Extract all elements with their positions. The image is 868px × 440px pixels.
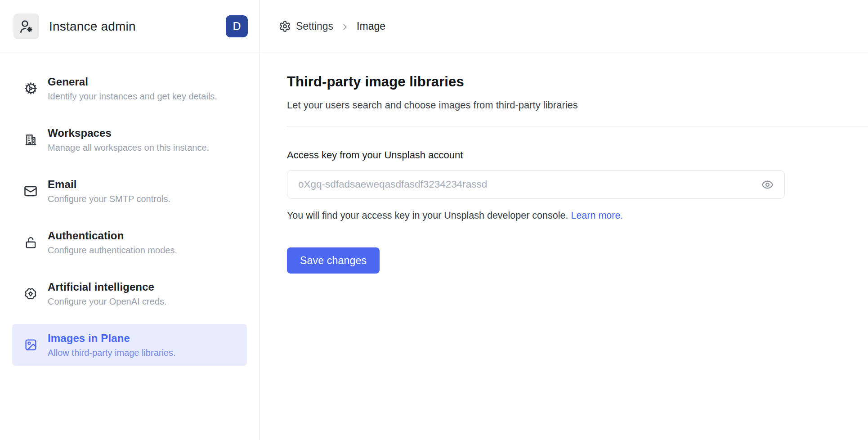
sidebar-item-description: Configure your OpenAI creds. [48, 296, 167, 307]
page-subtitle: Let your users search and choose images … [287, 99, 868, 111]
sidebar-item-workspaces[interactable]: Workspaces Manage all workspaces on this… [12, 119, 247, 161]
settings-gear-icon [279, 20, 291, 32]
building-icon [24, 133, 37, 147]
mail-icon [24, 184, 37, 198]
access-key-label: Access key from your Unsplash account [287, 149, 868, 161]
help-text: You will find your access key in your Un… [287, 210, 568, 221]
save-changes-button[interactable]: Save changes [287, 247, 380, 274]
instance-admin-home-button[interactable] [13, 13, 39, 39]
sidebar-item-artificial-intelligence[interactable]: Artificial intelligence Configure your O… [12, 273, 247, 314]
sidebar-item-description: Configure your SMTP controls. [48, 194, 170, 204]
sidebar-item-label: Images in Plane [48, 332, 176, 345]
lock-icon [24, 236, 37, 249]
sidebar-item-text: Artificial intelligence Configure your O… [48, 281, 167, 307]
sidebar-item-description: Manage all workspaces on this instance. [48, 143, 209, 153]
access-key-input-wrapper [287, 170, 785, 199]
sidebar-header: Instance admin D [0, 0, 260, 53]
sidebar-item-label: Artificial intelligence [48, 281, 167, 293]
section-divider [287, 126, 868, 126]
sidebar-item-description: Configure authentication modes. [48, 245, 177, 256]
settings-sidebar: General Identify your instances and get … [0, 53, 260, 440]
instance-admin-app: Instance admin D Settings Image [0, 0, 868, 440]
sidebar-item-label: Email [48, 178, 170, 191]
sidebar-item-label: General [48, 76, 217, 88]
breadcrumb: Settings Image [260, 0, 868, 53]
sidebar-item-description: Identify your instances and get key deta… [48, 91, 217, 102]
sidebar-item-text: Email Configure your SMTP controls. [48, 178, 170, 204]
access-key-input[interactable] [298, 179, 760, 190]
chevron-right-icon [340, 22, 350, 32]
sidebar-item-authentication[interactable]: Authentication Configure authentication … [12, 221, 247, 263]
sidebar-item-text: Images in Plane Allow third-party image … [48, 332, 176, 358]
user-cog-icon [19, 19, 34, 34]
user-avatar[interactable]: D [226, 15, 248, 37]
sidebar-item-general[interactable]: General Identify your instances and get … [12, 67, 247, 109]
sidebar-item-images-in-plane[interactable]: Images in Plane Allow third-party image … [12, 324, 247, 366]
sidebar-item-text: Authentication Configure authentication … [48, 229, 177, 256]
access-key-help: You will find your access key in your Un… [287, 210, 868, 221]
cog-icon [24, 82, 37, 95]
toggle-visibility-button[interactable] [760, 177, 775, 193]
breadcrumb-settings[interactable]: Settings [296, 20, 333, 32]
app-title: Instance admin [49, 19, 136, 34]
sidebar-item-email[interactable]: Email Configure your SMTP controls. [12, 170, 247, 212]
brain-cog-icon [24, 287, 37, 301]
image-settings-panel: Third-party image libraries Let your use… [260, 53, 868, 440]
sidebar-item-text: Workspaces Manage all workspaces on this… [48, 127, 209, 153]
learn-more-link[interactable]: Learn more. [571, 210, 623, 221]
sidebar-item-description: Allow third-party image libraries. [48, 348, 176, 358]
breadcrumb-image: Image [357, 20, 385, 32]
sidebar-item-text: General Identify your instances and get … [48, 76, 217, 102]
page-title: Third-party image libraries [287, 74, 868, 90]
sidebar-item-label: Authentication [48, 229, 177, 242]
eye-icon [761, 179, 774, 191]
image-icon [24, 338, 37, 351]
sidebar-item-label: Workspaces [48, 127, 209, 139]
